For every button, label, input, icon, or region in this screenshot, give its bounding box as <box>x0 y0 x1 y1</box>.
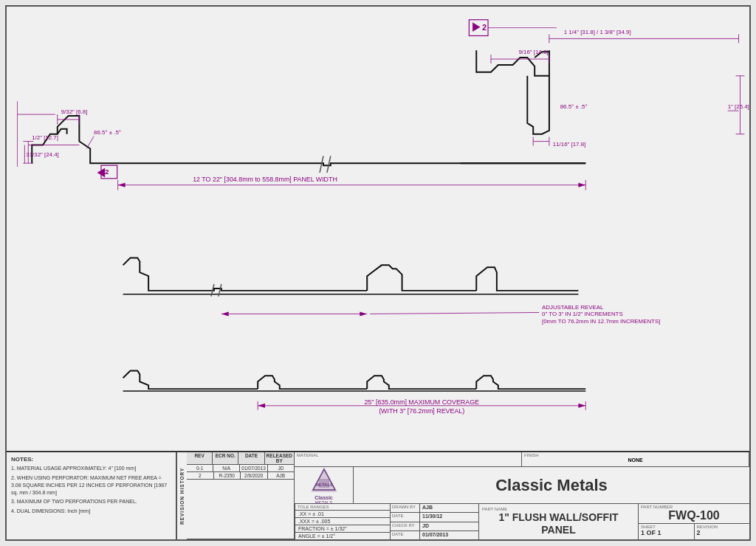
svg-text:2: 2 <box>482 23 487 32</box>
part-name-label-row: DATE 11/30/12 <box>391 513 478 522</box>
svg-text:9/32" [6.8]: 9/32" [6.8] <box>61 108 88 115</box>
svg-text:METALS: METALS <box>315 483 332 487</box>
rev-header-date: DATE <box>238 452 264 464</box>
svg-line-57 <box>370 312 539 314</box>
company-logo: METALS Classic METALS <box>309 466 339 505</box>
svg-marker-62 <box>258 404 265 408</box>
rev-row2-rev: 2 <box>187 472 214 479</box>
svg-text:2: 2 <box>105 167 109 176</box>
svg-marker-2 <box>472 23 480 32</box>
note-2: 2. WHEN USING PERFORATOR: MAXIMUM NET FR… <box>11 474 171 496</box>
drawn-by-row: DRAWN BY AJB <box>391 504 478 513</box>
svg-marker-63 <box>578 404 585 408</box>
title-bottom-row: TOLE RANGES .XX = ± .01 .XXX = ± .005 FR… <box>295 504 749 539</box>
svg-text:12 TO 22" [304.8mm to 558.8mm]: 12 TO 22" [304.8mm to 558.8mm] PANEL WID… <box>193 176 337 183</box>
logo-cell: METALS Classic METALS <box>295 467 354 503</box>
logo-svg: METALS <box>309 466 339 495</box>
svg-text:1/2" [12.7]: 1/2" [12.7] <box>32 134 58 141</box>
revision-section: REVISION HISTORY REV ECR NO. DATE RELEAS… <box>176 452 295 539</box>
date-checked-row: DATE 01/07/2013 <box>391 531 478 539</box>
revision-table: REV ECR NO. DATE RELEASED BY 0-1 N/A 01/… <box>187 452 294 539</box>
part-name: 1" FLUSH WALL/SOFFIT PANEL <box>482 511 635 536</box>
svg-line-18 <box>86 136 94 149</box>
part-name-section: PART NAME 1" FLUSH WALL/SOFFIT PANEL <box>479 504 639 539</box>
svg-text:0" TO 3" IN 1/2" INCREMENTS: 0" TO 3" IN 1/2" INCREMENTS <box>542 311 623 317</box>
rev-row2-released: AJB <box>268 472 295 479</box>
finish-cell: FINISH NONE <box>522 452 749 466</box>
title-right: MATERIAL FINISH NONE METALS <box>295 452 749 539</box>
revision-cell: REVISION 2 <box>695 524 750 539</box>
rev-header-rev: REV <box>187 452 213 464</box>
sheet-revision-row: SHEET 1 OF 1 REVISION 2 <box>639 524 749 539</box>
svg-text:25" [635.0mm] MAXIMUM COVERAGE: 25" [635.0mm] MAXIMUM COVERAGE <box>364 398 479 406</box>
svg-marker-53 <box>360 312 367 317</box>
company-section: METALS Classic METALS Classic Metals <box>295 467 749 504</box>
tolerances-section: TOLE RANGES .XX = ± .01 .XXX = ± .005 FR… <box>295 504 391 539</box>
part-number-section: PART NUMBER FWQ-100 SHEET 1 OF 1 REVISIO… <box>639 504 749 539</box>
material-label: MATERIAL <box>297 453 519 457</box>
notes-section: NOTES: 1. MATERIAL USAGE APPROXIMATELY: … <box>7 452 176 539</box>
svg-marker-28 <box>578 183 585 187</box>
svg-marker-27 <box>118 183 126 187</box>
drawn-section: DRAWN BY AJB DATE 11/30/12 CHECK BY JD D… <box>391 504 479 539</box>
rev-row1-rev: 0-1 <box>187 465 213 471</box>
tol-angle: ANGLE = ± 1/2° <box>295 533 390 539</box>
svg-text:(WITH 3" [76.2mm] REVEAL): (WITH 3" [76.2mm] REVEAL) <box>379 407 464 415</box>
note-3: 3. MAXIMUM OF TWO PERFORATIONS PER PANEL… <box>11 498 171 505</box>
date-drawn-label: DATE <box>391 513 420 521</box>
material-cell: MATERIAL <box>295 452 522 466</box>
drawn-by-value: AJB <box>420 504 435 512</box>
finish-value: NONE <box>524 457 746 463</box>
note-1: 1. MATERIAL USAGE APPROXIMATELY: 4" [100… <box>11 465 171 472</box>
rev-row1-released: JD <box>268 465 294 471</box>
date-drawn-value: 11/30/12 <box>420 513 444 521</box>
svg-text:9/16" [14.3]: 9/16" [14.3] <box>518 49 548 55</box>
tol-xx: .XX = ± .01 <box>295 511 390 518</box>
revision-label: REVISION HISTORY <box>176 452 187 539</box>
date-checked-value: 01/07/2013 <box>420 531 450 539</box>
rev-row2-date: 2/6/2020 <box>241 472 268 479</box>
svg-text:31/32" [24.4]: 31/32" [24.4] <box>26 151 58 158</box>
sheet-value: 1 OF 1 <box>641 529 692 536</box>
rev-header-ecr: ECR NO. <box>213 452 238 464</box>
svg-text:86.5° ± .5°: 86.5° ± .5° <box>560 103 588 110</box>
tol-xxx: .XXX = ± .005 <box>295 518 390 525</box>
note-4: 4. DUAL DIMENSIONS: Inch [mm] <box>11 508 171 515</box>
svg-text:1" [25.4]: 1" [25.4] <box>728 103 749 110</box>
tol-header: TOLE RANGES <box>295 504 390 511</box>
logo-classic: Classic <box>315 495 333 500</box>
revision-value: 2 <box>697 529 748 536</box>
svg-marker-52 <box>221 312 229 317</box>
rev-row2-ecr: R-2350 <box>214 472 241 479</box>
checked-by-label: CHECK BY <box>391 522 420 531</box>
company-name: Classic Metals <box>354 467 749 503</box>
checked-by-value: JD <box>420 522 431 531</box>
svg-text:86.5° ± .5°: 86.5° ± .5° <box>94 129 121 136</box>
title-block: NOTES: 1. MATERIAL USAGE APPROXIMATELY: … <box>7 451 749 539</box>
drawn-by-label: DRAWN BY <box>391 504 420 512</box>
sheet-cell: SHEET 1 OF 1 <box>639 524 695 539</box>
rev-header-released: RELEASED BY <box>265 452 294 464</box>
svg-text:11/16" [17.8]: 11/16" [17.8] <box>553 141 585 148</box>
part-number-value: FWQ-100 <box>641 509 747 522</box>
material-finish-row: MATERIAL FINISH NONE <box>295 452 749 467</box>
rev-row1-date: 01/07/2013 <box>240 465 268 471</box>
svg-text:1 1/4" [31.8] / 1 3/8" [34.9]: 1 1/4" [31.8] / 1 3/8" [34.9] <box>564 30 631 36</box>
page: 2 9/32" [6.8] 1/2" [12.7] 86.5° ± .5° <box>5 5 751 541</box>
rev-row1-ecr: N/A <box>213 465 240 471</box>
drawing-area: 2 9/32" [6.8] 1/2" [12.7] 86.5° ± .5° <box>7 7 749 451</box>
checked-by-row: CHECK BY JD <box>391 522 478 531</box>
svg-text:[0mm TO 76.2mm IN 12.7mm INCRE: [0mm TO 76.2mm IN 12.7mm INCREMENTS] <box>542 318 660 325</box>
date-checked-label: DATE <box>391 531 420 539</box>
part-number-cell: PART NUMBER FWQ-100 <box>639 504 749 524</box>
svg-text:ADJUSTABLE REVEAL: ADJUSTABLE REVEAL <box>542 304 604 311</box>
tol-fraction: FRACTION = ± 1/32" <box>295 525 390 533</box>
notes-title: NOTES: <box>11 455 171 463</box>
